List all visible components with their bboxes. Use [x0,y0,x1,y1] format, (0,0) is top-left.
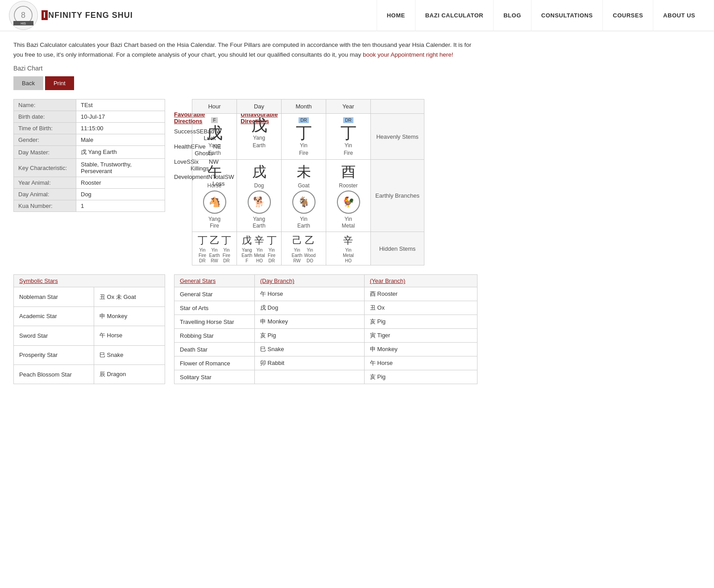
star-value: 辰 Dragon [94,364,165,384]
hidden-char: 辛 [254,234,265,247]
branch-animal: Goat [298,182,309,189]
nav-links: HOME BAZI CALCULATOR BLOG CONSULTATIONS … [377,0,705,31]
hidden-label: YinMetalHO [343,248,353,263]
appointment-link[interactable]: book your Appointment right here! [363,51,453,58]
info-table: Name: TEst Birth date: 10-Jul-17 Time of… [13,99,165,212]
hidden-char: 戊 [241,234,252,247]
chart-header-row: Hour Day Month Year [192,99,424,114]
stem-cell: 戊YangEarth [237,114,282,160]
star-day: 亥 Pig [255,329,365,343]
star-year: 申 Monkey [364,343,477,356]
nav-consultations[interactable]: CONSULTATIONS [531,0,603,31]
table-row: Birth date: 10-Jul-17 [14,111,165,123]
name-label: Name: [14,99,76,111]
f-badge: F [211,117,217,123]
nav-about-us[interactable]: ABOUT US [653,0,705,31]
star-name: Flower of Romance [174,356,255,370]
table-row: Time of Birth: 11:15:00 [14,123,165,134]
year-branch-header: (Year Branch) [364,275,477,287]
star-year: 寅 Tiger [364,329,477,343]
key-char-label: Key Characteristic: [14,159,76,177]
stem-char: 丁 [284,124,323,142]
symbolic-star-row: Nobleman Star丑 Ox 未 Goat [14,287,165,306]
general-star-row: Solitary Star亥 Pig [174,370,477,384]
bazi-chart-panel: Hour Day Month Year F戊YangEarth戊YangEart… [192,99,424,265]
time-label: Time of Birth: [14,123,76,134]
hidden-char: 丁 [267,234,277,247]
hidden-label: YinWoodDO [304,248,315,263]
dr-badge: DR [299,117,308,123]
table-row: Kua Number: 1 [14,200,165,212]
table-row: Key Characteristic: Stable, Trustworthy,… [14,159,165,177]
star-day: 戌 Dog [255,301,365,315]
bazi-outer: Name: TEst Birth date: 10-Jul-17 Time of… [13,99,477,265]
symbolic-star-row: Peach Blossom Star辰 Dragon [14,364,165,384]
earthly-branches-label: Earthly Branches [371,160,424,232]
hidden-stem: 己 YinEarthRW [292,234,303,263]
logo-text: INFINITY FENG SHUI [42,11,133,20]
key-char-value: Stable, Trustworthy, Perseverant [76,159,165,177]
back-button[interactable]: Back [13,76,43,90]
general-star-row: Death Star巳 Snake申 Monkey [174,343,477,356]
general-stars-table: General Stars (Day Branch) (Year Branch)… [174,274,477,384]
nav-home[interactable]: HOME [377,0,415,31]
bazi-left-panel: Name: TEst Birth date: 10-Jul-17 Time of… [13,99,174,265]
star-day: 申 Monkey [255,315,365,329]
symbolic-stars-header-row: Symbolic Stars [14,275,165,287]
animal-circle: 🐐 [292,190,315,214]
star-name: Prosperity Star [14,345,94,364]
heavenly-stems-row: F戊YangEarth戊YangEarthDR丁YinFireDR丁YinFir… [192,114,424,160]
branch-element: YinEarth [297,216,310,229]
stem-char: 戊 [195,124,234,142]
star-year: 亥 Pig [364,370,477,384]
star-value: 申 Monkey [94,306,165,326]
print-button[interactable]: Print [45,76,74,90]
branch-cell: 未 Goat 🐐 YinEarth [282,160,326,232]
gender-value: Male [76,134,165,146]
stem-char: 丁 [329,124,368,142]
general-star-row: Travelling Horse Star申 Monkey亥 Pig [174,315,477,329]
branch-element: YangEarth [253,216,266,229]
hidden-label: YinEarthRW [209,248,220,263]
stem-cell: DR丁YinFire [326,114,371,160]
nav-bazi-calculator[interactable]: BAZI CALCULATOR [415,0,494,31]
symbolic-star-row: Sword Star午 Horse [14,326,165,345]
day-header: Day [237,99,282,114]
gender-label: Gender: [14,134,76,146]
star-name: Robbing Star [174,329,255,343]
nav-blog[interactable]: BLOG [493,0,531,31]
svg-text:8: 8 [21,11,25,20]
animal-circle: 🐴 [203,190,226,214]
hidden-stem: 丁 YinFireDR [198,234,208,263]
hidden-stem: 丁 YinFireDR [267,234,277,263]
branch-animal: Dog [254,182,264,189]
star-name: Travelling Horse Star [174,315,255,329]
hidden-char: 丁 [198,234,208,247]
branch-element: YinMetal [342,216,355,229]
star-name: Peach Blossom Star [14,364,94,384]
hidden-stem-cell: 己 YinEarthRW 乙 YinWoodDO [282,232,326,265]
day-animal-value: Dog [76,189,165,200]
section-header-empty [371,99,424,114]
branch-char: 酉 [329,162,368,182]
time-value: 11:15:00 [76,123,165,134]
nav-courses[interactable]: COURSES [602,0,653,31]
logo[interactable]: 8 HIS INFINITY FENG SHUI [9,1,133,30]
branch-char: 午 [195,162,234,182]
branch-char: 戌 [240,162,278,182]
star-year: 午 Horse [364,356,477,370]
svg-text:HIS: HIS [21,22,26,25]
table-row: Day Master: 戊 Yang Earth [14,146,165,159]
year-animal-value: Rooster [76,177,165,189]
star-name: Solitary Star [174,370,255,384]
hidden-char: 辛 [343,234,353,247]
direction-label: Love [174,158,187,172]
general-star-row: Robbing Star亥 Pig寅 Tiger [174,329,477,343]
hidden-char: 乙 [304,234,315,247]
direction-label: Health [174,143,191,157]
general-stars-title: General Stars [174,275,255,287]
hour-header: Hour [192,99,237,114]
bazi-chart-title: Bazi Chart [13,65,477,72]
stem-char: 戊 [240,116,278,134]
animal-circle: 🐕 [248,190,271,214]
